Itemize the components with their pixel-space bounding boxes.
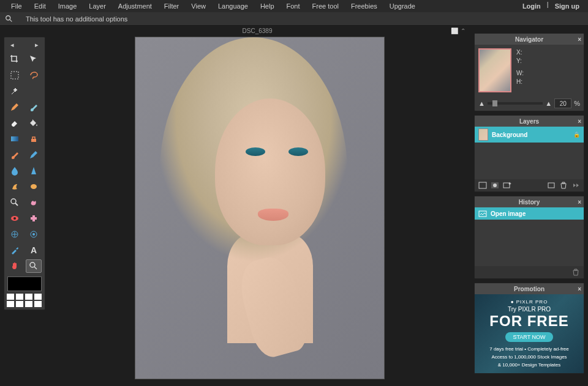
burn-tool[interactable] — [26, 196, 42, 209]
zoom-slider[interactable] — [488, 102, 543, 105]
menu-adjustment[interactable]: Adjustment — [112, 1, 158, 12]
menu-freetool[interactable]: Free tool — [306, 1, 345, 12]
menu-filter[interactable]: Filter — [158, 1, 185, 12]
history-item[interactable]: Open image — [475, 207, 584, 220]
promotion-body[interactable]: ● PIXLR PRO Try PIXLR PRO FOR FREE START… — [475, 294, 584, 373]
menu-font[interactable]: Font — [281, 1, 306, 12]
promo-line3: & 10,000+ Design Templates — [480, 362, 579, 368]
navigator-thumbnail[interactable] — [478, 48, 511, 92]
menu-view[interactable]: View — [185, 1, 212, 12]
canvas[interactable] — [135, 37, 385, 379]
svg-text:A: A — [31, 245, 37, 255]
drawing-tool[interactable] — [26, 148, 42, 161]
delete-history-icon[interactable] — [571, 269, 580, 276]
layer-more-icon[interactable] — [571, 182, 580, 189]
svg-rect-2 — [11, 72, 18, 79]
new-layer-icon[interactable] — [547, 182, 556, 189]
swatch-preset[interactable] — [34, 294, 42, 300]
sharpen-tool[interactable] — [26, 164, 42, 177]
color-swatch[interactable] — [7, 277, 42, 291]
close-icon[interactable]: × — [578, 199, 581, 206]
svg-point-0 — [6, 15, 10, 20]
menu-language[interactable]: Language — [212, 1, 254, 12]
menu-layer[interactable]: Layer — [83, 1, 112, 12]
red-eye-tool[interactable] — [7, 212, 23, 225]
blur-tool[interactable] — [7, 164, 23, 177]
color-replace-tool[interactable] — [7, 148, 23, 161]
history-panel: History × Open image — [474, 196, 584, 279]
svg-point-9 — [13, 217, 16, 220]
zoom-tool[interactable] — [26, 259, 42, 273]
signup-link[interactable]: Sign up — [551, 1, 583, 12]
marquee-tool[interactable] — [7, 69, 23, 82]
gradient-tool[interactable] — [7, 132, 23, 146]
menu-upgrade[interactable]: Upgrade — [383, 1, 421, 12]
promo-logo: ● PIXLR PRO — [480, 299, 579, 305]
clone-stamp-tool[interactable] — [26, 132, 42, 146]
swatch-preset[interactable] — [34, 301, 42, 307]
svg-point-14 — [30, 262, 35, 267]
type-tool[interactable]: A — [26, 243, 42, 257]
promotion-header: Promotion × — [475, 283, 584, 294]
swatch-preset[interactable] — [7, 301, 14, 307]
promo-try-text: Try PIXLR PRO — [480, 306, 579, 313]
lock-icon[interactable]: 🔒 — [573, 132, 580, 138]
zoom-out-icon[interactable]: ▲ — [478, 100, 485, 107]
layer-settings-icon[interactable] — [478, 182, 487, 189]
wand-tool[interactable] — [7, 84, 23, 98]
swatch-preset[interactable] — [25, 301, 32, 307]
svg-point-12 — [32, 233, 35, 236]
zoom-pct-label: % — [574, 100, 580, 107]
menu-image[interactable]: Image — [52, 1, 83, 12]
swatch-preset[interactable] — [16, 294, 23, 300]
layer-item[interactable]: Background 🔒 — [475, 127, 584, 143]
brush-tool[interactable] — [26, 100, 42, 114]
options-bar: This tool has no additional options — [0, 12, 588, 26]
tool-next-icon[interactable]: ▸ — [35, 41, 39, 49]
pencil-tool[interactable] — [7, 100, 23, 114]
swatch-preset[interactable] — [25, 294, 32, 300]
zoom-input[interactable] — [554, 98, 571, 108]
close-icon[interactable]: × — [578, 286, 581, 292]
menu-freebies[interactable]: Freebies — [345, 1, 383, 12]
crop-tool[interactable] — [7, 53, 23, 66]
svg-point-5 — [31, 184, 37, 189]
layer-name: Background — [492, 132, 570, 138]
layer-mask-icon[interactable] — [491, 182, 499, 189]
paint-bucket-tool[interactable] — [26, 116, 42, 130]
sponge-tool[interactable] — [26, 180, 42, 193]
tool-prev-icon[interactable]: ◂ — [10, 41, 14, 49]
swatch-preset[interactable] — [16, 301, 23, 307]
right-panels: Navigator × X: Y: W: H: ▲ ▲ % — [474, 26, 588, 386]
bloat-tool[interactable] — [7, 228, 23, 241]
canvas-image — [135, 37, 384, 379]
svg-text:✦: ✦ — [508, 182, 511, 187]
history-name: Open image — [491, 210, 526, 217]
swatch-preset[interactable] — [7, 294, 14, 300]
menu-help[interactable]: Help — [254, 1, 281, 12]
svg-rect-4 — [31, 139, 36, 142]
promotion-panel: Promotion × ● PIXLR PRO Try PIXLR PRO FO… — [474, 283, 584, 374]
spot-heal-tool[interactable] — [26, 212, 42, 225]
zoom-in-icon[interactable]: ▲ — [545, 100, 552, 107]
close-icon[interactable]: × — [578, 118, 581, 125]
promo-line1: 7 days free trial • Completely ad-free — [480, 346, 579, 352]
close-icon[interactable]: × — [578, 36, 581, 43]
menu-edit[interactable]: Edit — [28, 1, 52, 12]
hand-tool[interactable] — [7, 259, 23, 273]
menu-file[interactable]: File — [5, 1, 28, 12]
eraser-tool[interactable] — [7, 116, 23, 130]
layer-style-icon[interactable]: ✦ — [503, 182, 511, 189]
dodge-tool[interactable] — [7, 196, 23, 209]
move-tool[interactable] — [26, 53, 42, 66]
canvas-area — [45, 26, 474, 386]
login-link[interactable]: Login — [519, 1, 545, 12]
colorpicker-tool[interactable] — [7, 243, 23, 257]
smudge-tool[interactable] — [7, 180, 23, 193]
history-header: History × — [475, 196, 584, 207]
pinch-tool[interactable] — [26, 228, 42, 241]
delete-layer-icon[interactable] — [559, 182, 568, 189]
svg-line-1 — [10, 19, 12, 21]
lasso-tool[interactable] — [26, 69, 42, 82]
start-now-button[interactable]: START NOW — [505, 332, 552, 342]
